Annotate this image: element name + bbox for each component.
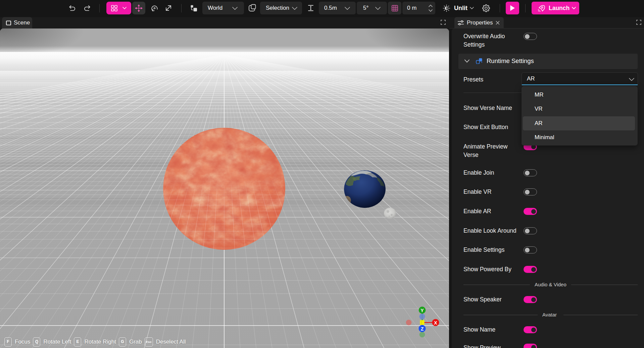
- svg-text:Z: Z: [421, 326, 424, 332]
- svg-text:X: X: [434, 320, 437, 326]
- svg-text:Y: Y: [420, 308, 424, 313]
